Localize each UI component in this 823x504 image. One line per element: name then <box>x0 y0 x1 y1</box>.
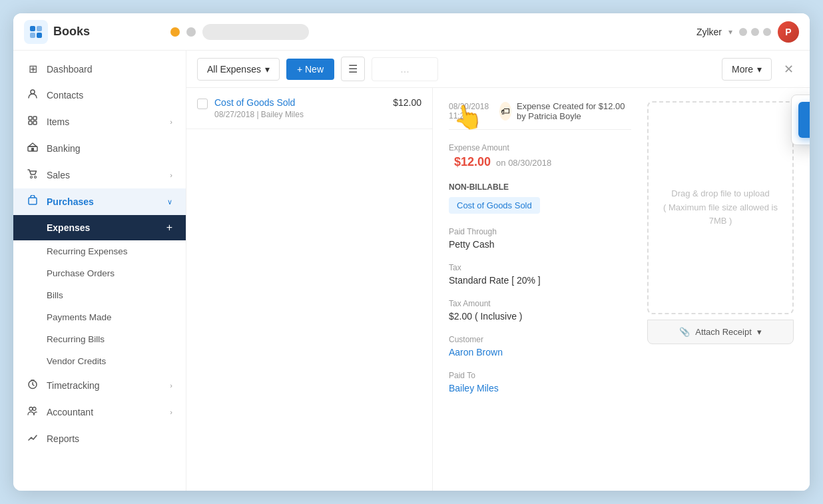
more-button[interactable]: More ▾ <box>722 58 772 81</box>
org-dropdown-icon[interactable]: ▾ <box>728 27 732 37</box>
sidebar-label-recurring-expenses: Recurring Expenses <box>47 246 128 256</box>
sidebar-item-accountant[interactable]: Accountant › <box>13 399 186 425</box>
sidebar-item-purchases[interactable]: Purchases ∨ <box>13 188 186 215</box>
close-button[interactable]: ✕ <box>778 59 799 79</box>
timetracking-chevron: › <box>170 381 172 389</box>
sidebar-label-banking: Banking <box>47 143 81 154</box>
timetracking-icon <box>27 379 39 392</box>
tax-amount-label: Tax Amount <box>449 299 631 308</box>
main-layout: ⊞ Dashboard Contacts Items › Ba <box>13 51 810 491</box>
sidebar: ⊞ Dashboard Contacts Items › Ba <box>13 51 186 491</box>
toolbar: All Expenses ▾ + New ☰ ... <box>186 51 810 88</box>
sidebar-subitem-payments-made[interactable]: Payments Made <box>13 306 186 328</box>
sidebar-label-purchases: Purchases <box>47 196 94 207</box>
banking-icon <box>27 142 39 155</box>
sidebar-label-bills: Bills <box>47 290 63 300</box>
detail-panel: 08/30/2018 11:27... 🏷 Expense Created fo… <box>433 88 810 491</box>
sidebar-label-sales: Sales <box>47 170 70 180</box>
expense-amount-value: $12.00on 08/30/2018 <box>449 155 631 169</box>
sidebar-label-expenses: Expenses <box>47 222 90 233</box>
svg-rect-5 <box>29 117 32 120</box>
sidebar-subitem-expenses[interactable]: Expenses + <box>13 215 186 240</box>
tax-value: Standard Rate [ 20% ] <box>449 275 631 286</box>
svg-rect-7 <box>29 121 32 125</box>
sidebar-label-timetracking: Timetracking <box>47 380 100 391</box>
filter-chevron-icon: ▾ <box>265 64 270 75</box>
upload-drop-zone[interactable]: Drag & drop file to upload( Maximum file… <box>647 101 794 314</box>
sidebar-item-dashboard[interactable]: ⊞ Dashboard <box>13 56 186 82</box>
list-icon: ☰ <box>348 63 358 75</box>
svg-point-15 <box>29 407 33 411</box>
expense-amount-list: $12.00 <box>393 97 421 108</box>
filter-button[interactable]: All Expenses ▾ <box>197 58 280 81</box>
make-recurring-button[interactable]: Make Recurring <box>798 102 810 138</box>
non-billable-badge: NON-BILLABLE <box>449 182 631 192</box>
expense-checkbox[interactable] <box>197 99 208 109</box>
top-bar: Books Zylker ▾ P <box>13 13 810 51</box>
sidebar-subitem-purchase-orders[interactable]: Purchase Orders <box>13 262 186 284</box>
activity-text: Expense Created for $12.00 by Patricia B… <box>517 101 631 121</box>
customer-value[interactable]: Aaron Brown <box>449 347 631 358</box>
list-view-button[interactable]: ☰ <box>341 57 365 81</box>
paid-through-label: Paid Through <box>449 227 631 236</box>
dashboard-icon: ⊞ <box>27 63 39 75</box>
expenses-plus-icon[interactable]: + <box>166 222 172 234</box>
content-area: Cost of Goods Sold 08/27/2018 | Bailey M… <box>186 88 810 491</box>
sidebar-subitem-recurring-expenses[interactable]: Recurring Expenses <box>13 240 186 262</box>
app-name: Books <box>53 25 90 39</box>
close-icon: ✕ <box>784 63 794 76</box>
sidebar-label-items: Items <box>47 117 69 127</box>
tax-amount-value: $2.00 ( Inclusive ) <box>449 311 631 322</box>
top-dots <box>739 28 771 36</box>
top-dot-1 <box>739 28 747 36</box>
paid-to-section: Paid To Bailey Miles <box>449 371 631 393</box>
more-label: More <box>732 64 753 75</box>
tax-label: Tax <box>449 263 631 272</box>
sidebar-item-timetracking[interactable]: Timetracking › <box>13 372 186 399</box>
customer-section: Customer Aaron Brown <box>449 335 631 358</box>
attach-receipt-button[interactable]: 📎 Attach Receipt ▾ <box>647 320 794 344</box>
sidebar-subitem-bills[interactable]: Bills <box>13 284 186 306</box>
paid-through-section: Paid Through Petty Cash <box>449 227 631 250</box>
new-button[interactable]: + New <box>286 59 334 80</box>
category-tag: Cost of Goods Sold <box>449 197 540 214</box>
sidebar-item-reports[interactable]: Reports <box>13 425 186 452</box>
purchases-chevron: ∨ <box>167 198 172 206</box>
accountant-chevron: › <box>170 408 172 416</box>
sales-icon <box>27 168 39 182</box>
attach-label: Attach Receipt <box>695 327 752 337</box>
org-name[interactable]: Zylker <box>696 27 722 37</box>
svg-rect-1 <box>37 26 42 31</box>
sidebar-label-reports: Reports <box>47 433 79 444</box>
main-content: All Expenses ▾ + New ☰ ... <box>186 51 810 491</box>
customer-label: Customer <box>449 335 631 344</box>
svg-rect-3 <box>37 33 42 38</box>
paid-to-value[interactable]: Bailey Miles <box>449 383 631 393</box>
sidebar-label-dashboard: Dashboard <box>47 64 93 75</box>
category-tag-container: Cost of Goods Sold <box>449 197 631 214</box>
sidebar-item-banking[interactable]: Banking <box>13 135 186 162</box>
sidebar-subitem-vendor-credits[interactable]: Vendor Credits <box>13 350 186 372</box>
sidebar-item-items[interactable]: Items › <box>13 109 186 135</box>
sidebar-label-recurring-bills: Recurring Bills <box>47 334 105 344</box>
activity-icon: 🏷 <box>499 102 511 121</box>
upload-area: Drag & drop file to upload( Maximum file… <box>647 101 794 477</box>
sidebar-item-contacts[interactable]: Contacts <box>13 82 186 109</box>
svg-point-11 <box>31 176 33 178</box>
items-icon <box>27 115 39 128</box>
sidebar-label-contacts: Contacts <box>47 90 83 101</box>
logo-area: Books <box>24 20 157 44</box>
attach-icon: 📎 <box>679 327 690 337</box>
attach-chevron-icon: ▾ <box>757 327 762 337</box>
svg-rect-10 <box>31 148 34 151</box>
placeholder-btn[interactable]: ... <box>372 57 438 81</box>
top-bar-center <box>157 24 696 40</box>
svg-point-4 <box>31 90 35 94</box>
sidebar-item-sales[interactable]: Sales › <box>13 162 186 188</box>
avatar[interactable]: P <box>778 21 799 43</box>
expense-row[interactable]: Cost of Goods Sold 08/27/2018 | Bailey M… <box>186 88 432 129</box>
sidebar-label-vendor-credits: Vendor Credits <box>47 356 106 366</box>
sidebar-subitem-recurring-bills[interactable]: Recurring Bills <box>13 328 186 350</box>
make-recurring-area: ... Make Recurring <box>372 57 438 81</box>
svg-rect-6 <box>33 117 37 120</box>
